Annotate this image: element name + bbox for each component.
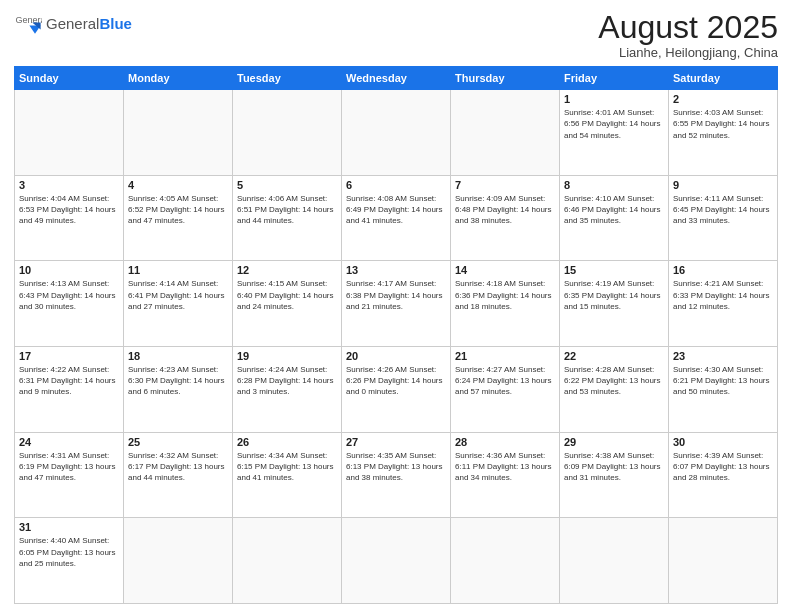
generalblue-logo-icon: General <box>14 10 42 38</box>
calendar-cell: 20Sunrise: 4:26 AM Sunset: 6:26 PM Dayli… <box>342 347 451 433</box>
calendar-cell: 14Sunrise: 4:18 AM Sunset: 6:36 PM Dayli… <box>451 261 560 347</box>
day-number: 15 <box>564 264 664 276</box>
header-wednesday: Wednesday <box>342 67 451 90</box>
calendar-cell: 13Sunrise: 4:17 AM Sunset: 6:38 PM Dayli… <box>342 261 451 347</box>
day-info: Sunrise: 4:27 AM Sunset: 6:24 PM Dayligh… <box>455 364 555 398</box>
day-info: Sunrise: 4:21 AM Sunset: 6:33 PM Dayligh… <box>673 278 773 312</box>
day-info: Sunrise: 4:28 AM Sunset: 6:22 PM Dayligh… <box>564 364 664 398</box>
header-monday: Monday <box>124 67 233 90</box>
day-info: Sunrise: 4:09 AM Sunset: 6:48 PM Dayligh… <box>455 193 555 227</box>
day-info: Sunrise: 4:04 AM Sunset: 6:53 PM Dayligh… <box>19 193 119 227</box>
calendar-cell: 4Sunrise: 4:05 AM Sunset: 6:52 PM Daylig… <box>124 175 233 261</box>
day-info: Sunrise: 4:17 AM Sunset: 6:38 PM Dayligh… <box>346 278 446 312</box>
day-info: Sunrise: 4:06 AM Sunset: 6:51 PM Dayligh… <box>237 193 337 227</box>
day-info: Sunrise: 4:01 AM Sunset: 6:56 PM Dayligh… <box>564 107 664 141</box>
calendar-cell <box>124 518 233 604</box>
calendar-cell: 25Sunrise: 4:32 AM Sunset: 6:17 PM Dayli… <box>124 432 233 518</box>
calendar-cell: 22Sunrise: 4:28 AM Sunset: 6:22 PM Dayli… <box>560 347 669 433</box>
day-number: 25 <box>128 436 228 448</box>
calendar-cell: 6Sunrise: 4:08 AM Sunset: 6:49 PM Daylig… <box>342 175 451 261</box>
header: General GeneralBlue August 2025 Lianhe, … <box>14 10 778 60</box>
day-number: 23 <box>673 350 773 362</box>
month-title: August 2025 <box>598 10 778 45</box>
calendar-cell: 15Sunrise: 4:19 AM Sunset: 6:35 PM Dayli… <box>560 261 669 347</box>
header-thursday: Thursday <box>451 67 560 90</box>
day-number: 5 <box>237 179 337 191</box>
calendar-cell <box>669 518 778 604</box>
location-subtitle: Lianhe, Heilongjiang, China <box>598 45 778 60</box>
calendar-cell: 21Sunrise: 4:27 AM Sunset: 6:24 PM Dayli… <box>451 347 560 433</box>
calendar-cell: 10Sunrise: 4:13 AM Sunset: 6:43 PM Dayli… <box>15 261 124 347</box>
day-info: Sunrise: 4:32 AM Sunset: 6:17 PM Dayligh… <box>128 450 228 484</box>
header-sunday: Sunday <box>15 67 124 90</box>
calendar-cell: 5Sunrise: 4:06 AM Sunset: 6:51 PM Daylig… <box>233 175 342 261</box>
day-number: 2 <box>673 93 773 105</box>
day-number: 18 <box>128 350 228 362</box>
header-saturday: Saturday <box>669 67 778 90</box>
calendar-cell: 18Sunrise: 4:23 AM Sunset: 6:30 PM Dayli… <box>124 347 233 433</box>
day-number: 14 <box>455 264 555 276</box>
day-number: 31 <box>19 521 119 533</box>
calendar-cell <box>342 90 451 176</box>
day-number: 20 <box>346 350 446 362</box>
day-info: Sunrise: 4:30 AM Sunset: 6:21 PM Dayligh… <box>673 364 773 398</box>
day-info: Sunrise: 4:36 AM Sunset: 6:11 PM Dayligh… <box>455 450 555 484</box>
calendar-cell <box>233 90 342 176</box>
page: General GeneralBlue August 2025 Lianhe, … <box>0 0 792 612</box>
calendar-table: Sunday Monday Tuesday Wednesday Thursday… <box>14 66 778 604</box>
day-info: Sunrise: 4:23 AM Sunset: 6:30 PM Dayligh… <box>128 364 228 398</box>
day-info: Sunrise: 4:15 AM Sunset: 6:40 PM Dayligh… <box>237 278 337 312</box>
calendar-cell: 19Sunrise: 4:24 AM Sunset: 6:28 PM Dayli… <box>233 347 342 433</box>
header-tuesday: Tuesday <box>233 67 342 90</box>
day-info: Sunrise: 4:14 AM Sunset: 6:41 PM Dayligh… <box>128 278 228 312</box>
logo: General GeneralBlue <box>14 10 132 38</box>
day-info: Sunrise: 4:03 AM Sunset: 6:55 PM Dayligh… <box>673 107 773 141</box>
day-number: 17 <box>19 350 119 362</box>
day-number: 11 <box>128 264 228 276</box>
calendar-cell: 9Sunrise: 4:11 AM Sunset: 6:45 PM Daylig… <box>669 175 778 261</box>
calendar-cell: 31Sunrise: 4:40 AM Sunset: 6:05 PM Dayli… <box>15 518 124 604</box>
day-info: Sunrise: 4:19 AM Sunset: 6:35 PM Dayligh… <box>564 278 664 312</box>
day-number: 12 <box>237 264 337 276</box>
day-number: 21 <box>455 350 555 362</box>
calendar-cell: 27Sunrise: 4:35 AM Sunset: 6:13 PM Dayli… <box>342 432 451 518</box>
title-block: August 2025 Lianhe, Heilongjiang, China <box>598 10 778 60</box>
day-info: Sunrise: 4:38 AM Sunset: 6:09 PM Dayligh… <box>564 450 664 484</box>
calendar-cell: 11Sunrise: 4:14 AM Sunset: 6:41 PM Dayli… <box>124 261 233 347</box>
day-info: Sunrise: 4:34 AM Sunset: 6:15 PM Dayligh… <box>237 450 337 484</box>
calendar-cell: 28Sunrise: 4:36 AM Sunset: 6:11 PM Dayli… <box>451 432 560 518</box>
calendar-cell: 29Sunrise: 4:38 AM Sunset: 6:09 PM Dayli… <box>560 432 669 518</box>
day-info: Sunrise: 4:35 AM Sunset: 6:13 PM Dayligh… <box>346 450 446 484</box>
calendar-cell: 3Sunrise: 4:04 AM Sunset: 6:53 PM Daylig… <box>15 175 124 261</box>
calendar-cell <box>233 518 342 604</box>
calendar-cell: 17Sunrise: 4:22 AM Sunset: 6:31 PM Dayli… <box>15 347 124 433</box>
day-number: 6 <box>346 179 446 191</box>
day-info: Sunrise: 4:31 AM Sunset: 6:19 PM Dayligh… <box>19 450 119 484</box>
calendar-cell: 8Sunrise: 4:10 AM Sunset: 6:46 PM Daylig… <box>560 175 669 261</box>
day-number: 29 <box>564 436 664 448</box>
calendar-cell: 26Sunrise: 4:34 AM Sunset: 6:15 PM Dayli… <box>233 432 342 518</box>
day-number: 19 <box>237 350 337 362</box>
calendar-cell <box>15 90 124 176</box>
day-info: Sunrise: 4:18 AM Sunset: 6:36 PM Dayligh… <box>455 278 555 312</box>
day-number: 28 <box>455 436 555 448</box>
calendar-cell <box>560 518 669 604</box>
calendar-cell <box>451 518 560 604</box>
logo-text: GeneralBlue <box>46 16 132 33</box>
day-info: Sunrise: 4:05 AM Sunset: 6:52 PM Dayligh… <box>128 193 228 227</box>
calendar-cell: 12Sunrise: 4:15 AM Sunset: 6:40 PM Dayli… <box>233 261 342 347</box>
day-info: Sunrise: 4:10 AM Sunset: 6:46 PM Dayligh… <box>564 193 664 227</box>
day-number: 1 <box>564 93 664 105</box>
day-number: 22 <box>564 350 664 362</box>
day-number: 26 <box>237 436 337 448</box>
day-number: 27 <box>346 436 446 448</box>
day-info: Sunrise: 4:08 AM Sunset: 6:49 PM Dayligh… <box>346 193 446 227</box>
day-info: Sunrise: 4:40 AM Sunset: 6:05 PM Dayligh… <box>19 535 119 569</box>
day-info: Sunrise: 4:24 AM Sunset: 6:28 PM Dayligh… <box>237 364 337 398</box>
calendar-cell <box>451 90 560 176</box>
calendar-cell <box>342 518 451 604</box>
calendar-cell: 16Sunrise: 4:21 AM Sunset: 6:33 PM Dayli… <box>669 261 778 347</box>
logo-blue-text: Blue <box>99 15 132 32</box>
calendar-cell <box>124 90 233 176</box>
day-number: 9 <box>673 179 773 191</box>
